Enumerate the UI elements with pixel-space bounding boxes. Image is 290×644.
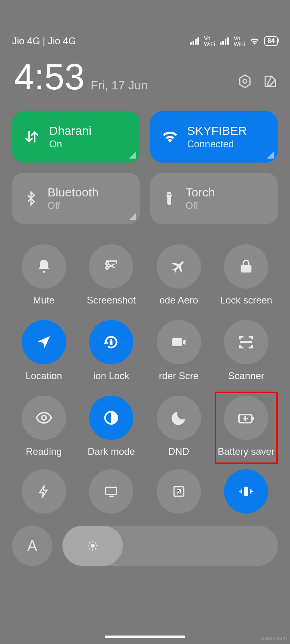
brightness-row: A (0, 514, 290, 566)
video-camera-icon (171, 334, 187, 350)
highlight-annotation (215, 392, 278, 464)
quick-charge-toggle[interactable] (12, 469, 76, 514)
toggle-label: Reading (26, 446, 62, 457)
floating-window-icon (172, 484, 186, 499)
carrier-text: Jio 4G | Jio 4G (12, 35, 76, 47)
location-toggle[interactable]: Location (12, 320, 76, 382)
svg-rect-7 (106, 487, 117, 495)
toggle-label: Location (25, 370, 62, 382)
airplane-icon (171, 258, 187, 275)
vowifi-icon-2: VoWiFi (234, 35, 245, 47)
toggle-label: ode Aero (160, 295, 198, 306)
tile-sub: Off (186, 200, 215, 211)
bluetooth-icon (23, 191, 39, 206)
svg-point-0 (243, 79, 247, 83)
toggle-label: Lock screen (220, 295, 272, 306)
home-indicator[interactable] (105, 636, 185, 638)
tile-title: Torch (186, 186, 215, 199)
brightness-fill (62, 526, 123, 566)
mobile-data-icon (23, 128, 40, 145)
scanner-toggle[interactable]: Scanner (215, 320, 278, 382)
scanner-icon (238, 334, 254, 350)
time-text: 4:53 (14, 59, 85, 95)
location-arrow-icon (36, 334, 52, 350)
wifi-icon (162, 128, 178, 145)
vibrate-toggle[interactable] (215, 469, 278, 514)
tile-sub: Connected (187, 138, 247, 150)
svg-point-10 (91, 544, 95, 548)
lock-screen-toggle[interactable]: Lock screen (215, 244, 278, 306)
screenshot-toggle[interactable]: Screenshot (80, 244, 143, 306)
tile-title: Bluetooth (48, 186, 99, 199)
toggle-row-3: Reading Dark mode DND Battery saver (0, 382, 290, 457)
toggle-label: Screenshot (87, 295, 136, 306)
expand-corner-icon[interactable] (129, 213, 136, 220)
tile-title: SKYFIBER (187, 124, 247, 138)
watermark-text: wsxdn.com (261, 635, 287, 641)
bottom-toggle-row (0, 457, 290, 514)
font-size-label: A (27, 537, 37, 554)
toggle-label: DND (168, 446, 189, 457)
vowifi-icon-1: VoWiFi (204, 35, 215, 47)
torch-tile[interactable]: Torch Off (150, 173, 278, 224)
toggle-label: Mute (33, 295, 54, 306)
status-icons: VoWiFi VoWiFi 84 (190, 35, 278, 47)
svg-point-2 (106, 262, 109, 265)
reading-mode-toggle[interactable]: Reading (12, 396, 76, 457)
toggle-row-1: Mute Screenshot ode Aero Lock screen (0, 224, 290, 306)
moon-icon (171, 410, 187, 426)
wifi-icon (250, 37, 259, 45)
brightness-slider[interactable] (62, 526, 278, 566)
brightness-icon (87, 540, 99, 552)
status-bar: Jio 4G | Jio 4G VoWiFi VoWiFi 84 (0, 28, 290, 47)
dark-mode-icon (103, 410, 119, 426)
vibrate-icon (238, 483, 254, 500)
battery-level: 84 (264, 36, 278, 46)
settings-icon[interactable] (237, 74, 253, 89)
torch-icon (162, 191, 177, 206)
toggle-row-2: Location ion Lock rder Scre Scanner (0, 306, 290, 382)
svg-point-3 (41, 416, 46, 420)
toggle-label: Dark mode (88, 446, 135, 457)
toggle-label: ion Lock (93, 370, 129, 382)
eye-icon (35, 409, 53, 427)
lock-icon (238, 258, 254, 275)
wifi-tile[interactable]: SKYFIBER Connected (150, 111, 278, 163)
cast-toggle[interactable] (80, 469, 143, 514)
clock-block: 4:53 Fri, 17 Jun (14, 59, 148, 95)
signal-icon-2 (220, 37, 229, 45)
tile-title: Dharani (49, 124, 91, 138)
edit-icon[interactable] (263, 74, 278, 89)
date-text: Fri, 17 Jun (91, 78, 148, 92)
expand-corner-icon[interactable] (129, 151, 136, 159)
rotation-lock-toggle[interactable]: ion Lock (80, 320, 143, 382)
dark-mode-toggle[interactable]: Dark mode (80, 396, 143, 457)
dnd-toggle[interactable]: DND (147, 396, 211, 457)
bluetooth-tile[interactable]: Bluetooth Off (12, 173, 140, 224)
toggle-label: rder Scre (159, 370, 199, 382)
mobile-data-tile[interactable]: Dharani On (12, 111, 140, 163)
monitor-icon (104, 484, 118, 499)
rotation-lock-icon (103, 334, 119, 350)
bolt-icon (37, 484, 51, 499)
floating-window-toggle[interactable] (147, 469, 211, 514)
mute-toggle[interactable]: Mute (12, 244, 76, 306)
toggle-label: Scanner (228, 370, 264, 382)
tile-sub: Off (48, 200, 99, 211)
svg-point-1 (106, 266, 109, 269)
svg-rect-9 (244, 487, 248, 496)
scissors-icon (103, 258, 119, 275)
expand-corner-icon[interactable] (267, 151, 274, 159)
bell-icon (36, 258, 52, 275)
header: 4:53 Fri, 17 Jun (0, 47, 290, 95)
tile-sub: On (49, 138, 91, 150)
battery-saver-toggle[interactable]: Battery saver (215, 396, 278, 457)
signal-icon-1 (190, 37, 199, 45)
airplane-toggle[interactable]: ode Aero (147, 244, 211, 306)
screen-recorder-toggle[interactable]: rder Scre (147, 320, 211, 382)
font-size-toggle[interactable]: A (12, 526, 52, 566)
